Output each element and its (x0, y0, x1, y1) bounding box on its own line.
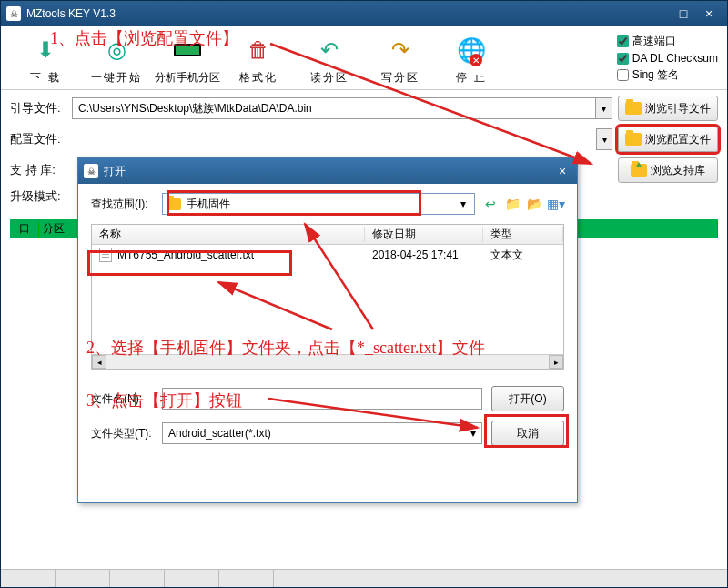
col-type[interactable]: 类型 (483, 227, 563, 242)
cfg-dropdown[interactable]: ▾ (596, 128, 612, 150)
highspeed-check[interactable]: 高速端口 (617, 34, 718, 49)
lookin-label: 查找范围(I): (91, 197, 162, 212)
format-button[interactable]: 🗑 格式化 (223, 34, 294, 86)
toolbar: ⬇ 下 载 ◎ 一键开始 分析手机分区 🗑 格式化 ↶ 读分区 ↷ 写分区 🌐 … (1, 26, 727, 90)
filetype-row: 文件类型(T): Android_scatter(*.txt)▾ 取消 (91, 421, 564, 446)
support-label: 支 持 库: (10, 162, 72, 178)
maximize-button[interactable]: □ (672, 5, 694, 22)
filename-input[interactable] (162, 388, 482, 410)
sing-check[interactable]: Sing 签名 (617, 67, 718, 83)
file-type: 文本文 (490, 248, 556, 263)
col-name[interactable]: 名称 (92, 227, 365, 242)
read-icon: ↶ (313, 34, 346, 66)
folder-icon (625, 102, 642, 115)
up-folder-icon[interactable]: 📁 (504, 196, 521, 212)
horizontal-scrollbar[interactable]: ◂▸ (92, 354, 563, 369)
read-button[interactable]: ↶ 读分区 (294, 34, 365, 86)
stop-icon: 🌐 ✕ (455, 34, 488, 66)
cfg-file-row: 配置文件: ▾ 浏览配置文件 (10, 127, 718, 152)
cancel-button[interactable]: 取消 (491, 421, 564, 446)
browse-boot-button[interactable]: 浏览引导文件 (618, 96, 718, 121)
write-icon: ↷ (384, 34, 417, 66)
lookin-value: 手机固件 (187, 197, 230, 212)
folder-up-icon (631, 164, 647, 177)
file-list[interactable]: 名称 修改日期 类型 MT6755_Android_scatter.txt 20… (91, 224, 564, 370)
file-list-header: 名称 修改日期 类型 (92, 225, 563, 245)
minimize-button[interactable]: — (649, 5, 671, 22)
filename-label: 文件名(N): (91, 391, 162, 407)
mode-label: 升级模式: (10, 188, 72, 205)
browse-support-button[interactable]: 浏览支持库 (618, 157, 718, 183)
app-icon: ☠ (6, 6, 21, 21)
file-date: 2018-04-25 17:41 (372, 248, 490, 261)
stop-button[interactable]: 🌐 ✕ 停 止 (436, 34, 507, 86)
lookin-row: 查找范围(I): 手机固件 ▾ ↩ 📁 📂 ▦▾ (91, 193, 564, 215)
dialog-nav-icons: ↩ 📁 📂 ▦▾ (482, 196, 564, 212)
boot-label: 引导文件: (10, 100, 72, 117)
ram-icon (171, 34, 204, 66)
lookin-dropdown[interactable]: ▾ (456, 198, 470, 210)
close-button[interactable]: × (696, 5, 722, 22)
dialog-titlebar: ☠ 打开 × (78, 158, 577, 184)
filetype-combo[interactable]: Android_scatter(*.txt)▾ (162, 422, 482, 444)
filetype-label: 文件类型(T): (91, 426, 162, 441)
new-folder-icon[interactable]: 📂 (526, 196, 542, 212)
col-date[interactable]: 修改日期 (365, 227, 483, 242)
boot-file-input[interactable] (72, 97, 596, 119)
open-button[interactable]: 打开(O) (491, 386, 564, 411)
folder-icon (167, 198, 181, 210)
file-row[interactable]: MT6755_Android_scatter.txt 2018-04-25 17… (92, 245, 563, 265)
format-icon: 🗑 (242, 34, 275, 66)
checksum-check[interactable]: DA DL Checksum (617, 52, 718, 65)
document-icon (99, 248, 112, 262)
grid-col-checkbox: 口 (10, 221, 39, 237)
onekey-button[interactable]: ◎ 一键开始 (81, 34, 152, 86)
onekey-icon: ◎ (100, 34, 133, 66)
filename-row: 文件名(N): 打开(O) (91, 386, 564, 411)
browse-cfg-button[interactable]: 浏览配置文件 (618, 127, 718, 152)
dialog-title: 打开 (104, 164, 126, 179)
lookin-combo[interactable]: 手机固件 ▾ (162, 193, 475, 215)
folder-icon (625, 133, 642, 146)
dialog-close-button[interactable]: × (553, 163, 571, 179)
analyze-button[interactable]: 分析手机分区 (152, 34, 223, 86)
back-icon[interactable]: ↩ (482, 196, 499, 212)
boot-dropdown[interactable]: ▾ (596, 97, 612, 119)
window-title: MZtools KEY V1.3 (26, 7, 116, 20)
side-checks: 高速端口 DA DL Checksum Sing 签名 (608, 34, 718, 86)
views-icon[interactable]: ▦▾ (548, 196, 564, 212)
download-button[interactable]: ⬇ 下 载 (10, 34, 81, 86)
titlebar: ☠ MZtools KEY V1.3 — □ × (1, 1, 727, 26)
download-icon: ⬇ (29, 34, 62, 66)
file-name: MT6755_Android_scatter.txt (117, 248, 254, 261)
dialog-icon: ☠ (84, 164, 98, 178)
statusbar (1, 569, 727, 587)
cfg-label: 配置文件: (10, 131, 72, 147)
open-dialog: ☠ 打开 × 查找范围(I): 手机固件 ▾ ↩ 📁 📂 ▦▾ 名称 修改日期 … (77, 157, 578, 503)
boot-file-row: 引导文件: ▾ 浏览引导文件 (10, 96, 718, 121)
write-button[interactable]: ↷ 写分区 (365, 34, 436, 86)
